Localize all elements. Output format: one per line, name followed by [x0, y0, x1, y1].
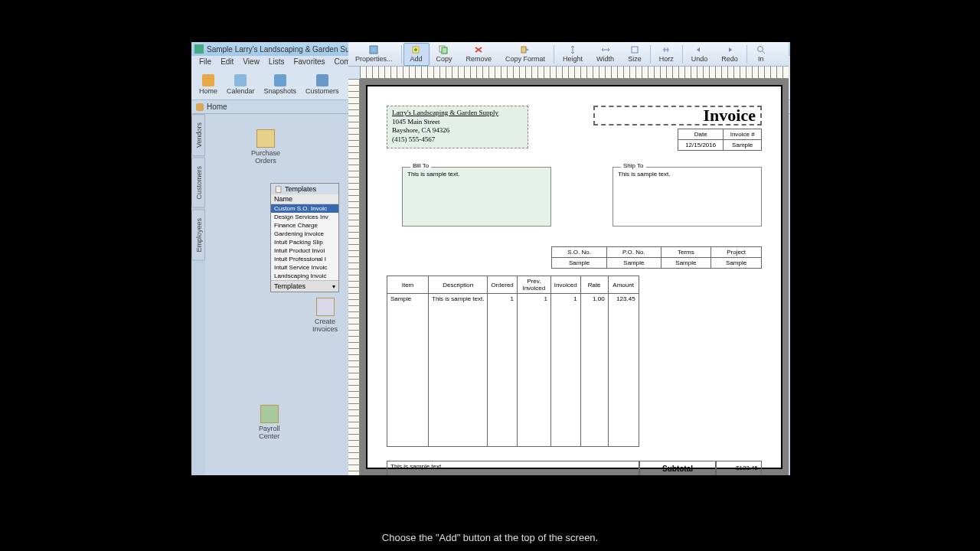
cell-prev: 1 — [517, 294, 550, 447]
template-item[interactable]: Custom S.O. Invoic — [271, 204, 338, 213]
add-button[interactable]: Add — [403, 43, 430, 66]
layout-canvas[interactable]: Larry's Landscaping & Garden Supply 1045… — [360, 79, 789, 475]
ship-to-text: This is sample text. — [613, 168, 761, 181]
nav-calendar[interactable]: Calendar — [222, 73, 260, 96]
undo-icon — [694, 45, 704, 54]
po-header: P.O. No. — [607, 247, 661, 258]
add-icon — [411, 45, 422, 54]
project-value: Sample — [711, 258, 762, 269]
shortcut-payroll-center[interactable]: Payroll Center — [259, 405, 280, 440]
template-item[interactable]: Intuit Product Invoi — [271, 246, 338, 255]
horz-icon — [661, 45, 671, 54]
template-item[interactable]: Intuit Professional I — [271, 255, 338, 263]
invoice-page: Larry's Landscaping & Garden Supply 1045… — [387, 106, 762, 468]
shortcut-purchase-orders[interactable]: Purchase Orders — [251, 129, 280, 165]
template-item[interactable]: Intuit Packing Slip — [271, 238, 338, 246]
company-address-block[interactable]: Larry's Landscaping & Garden Supply 1045… — [387, 106, 528, 148]
company-name: Larry's Landscaping & Garden Supply — [392, 109, 523, 118]
redo-button[interactable]: Redo — [714, 43, 745, 66]
horz-button[interactable]: Horz — [652, 43, 681, 66]
col-ordered: Ordered — [488, 276, 517, 294]
home-label: Home — [207, 103, 227, 111]
remove-icon — [473, 45, 484, 54]
tutorial-instruction: Choose the "Add" button at the top of th… — [0, 532, 980, 543]
tab-vendors[interactable]: Vendors — [191, 114, 205, 156]
undo-button[interactable]: Undo — [684, 43, 715, 66]
subtotal-row[interactable]: This is sample text. Subtotal $123.45 — [387, 461, 762, 475]
so-value: Sample — [552, 258, 607, 269]
tab-employees[interactable]: Employees — [191, 210, 205, 261]
date-value: 12/15/2016 — [678, 140, 724, 151]
po-value: Sample — [607, 258, 661, 269]
menu-favorites[interactable]: Favorites — [289, 56, 329, 70]
page-boundary: Larry's Landscaping & Garden Supply 1045… — [366, 85, 782, 469]
width-button[interactable]: Width — [590, 43, 621, 66]
copy-icon — [439, 45, 449, 54]
so-header: S.O. No. — [552, 247, 607, 258]
date-invoice-table[interactable]: DateInvoice # 12/15/2016Sample — [678, 129, 762, 151]
zoom-in-button[interactable]: In — [749, 43, 773, 66]
template-item[interactable]: Intuit Service Invoic — [271, 263, 338, 272]
templates-footer-dropdown[interactable]: Templates — [271, 280, 338, 292]
size-button[interactable]: Size — [621, 43, 648, 66]
remove-button[interactable]: Remove — [459, 43, 499, 66]
svg-rect-4 — [521, 47, 526, 53]
company-city: Bayshore, CA 94326 — [392, 126, 523, 135]
height-icon — [567, 45, 578, 54]
menu-lists[interactable]: Lists — [264, 56, 289, 70]
ship-to-box[interactable]: Ship To This is sample text. — [612, 167, 762, 227]
shortcut-create-invoices[interactable]: Create Invoices — [312, 298, 338, 333]
redo-icon — [724, 45, 735, 54]
menu-view[interactable]: View — [238, 56, 264, 70]
col-amount: Amount — [608, 276, 639, 294]
bill-to-label: Bill To — [410, 162, 431, 169]
nav-customers[interactable]: Customers — [301, 73, 344, 96]
cell-ordered: 1 — [488, 294, 517, 447]
payroll-center-icon — [260, 405, 279, 423]
cell-rate: 1.00 — [580, 294, 608, 447]
template-item[interactable]: Finance Charge — [271, 221, 338, 230]
project-header: Project — [711, 247, 762, 258]
svg-rect-5 — [632, 47, 638, 53]
footer-note: This is sample text. — [387, 461, 639, 475]
copy-format-icon — [520, 45, 531, 54]
company-phone: (415) 555-4567 — [392, 135, 523, 145]
line-items-table[interactable]: Item Description Ordered Prev. Invoiced … — [387, 276, 639, 447]
menu-file[interactable]: File — [194, 56, 216, 70]
cell-desc: This is sample text. — [429, 294, 488, 447]
invoice-num-value: Sample — [724, 140, 762, 151]
bill-to-box[interactable]: Bill To This is sample text. — [402, 167, 551, 227]
ship-to-label: Ship To — [621, 162, 646, 169]
nav-snapshots[interactable]: Snapshots — [260, 73, 302, 96]
invoice-num-label: Invoice # — [724, 129, 762, 140]
window-title: Sample Larry's Landscaping & Garden Supp — [207, 45, 358, 54]
layout-toolbar: Properties... Add Copy Remove Copy Forma… — [348, 42, 789, 67]
template-item[interactable]: Design Services Inv — [271, 213, 338, 221]
purchase-orders-icon — [256, 129, 275, 148]
vertical-ruler — [348, 79, 360, 475]
copy-button[interactable]: Copy — [430, 43, 459, 66]
template-item[interactable]: Landscaping Invoic — [271, 272, 338, 280]
tab-customers[interactable]: Customers — [191, 158, 205, 208]
cell-amount: 123.45 — [608, 294, 639, 447]
svg-point-6 — [757, 47, 763, 52]
properties-button[interactable]: Properties... — [348, 43, 400, 66]
zoom-in-icon — [756, 45, 766, 54]
copy-format-button[interactable]: Copy Format — [498, 43, 552, 66]
size-icon — [629, 45, 640, 54]
nav-home[interactable]: Home — [194, 73, 222, 96]
templates-col-name: Name — [271, 194, 338, 204]
col-rate: Rate — [580, 276, 608, 294]
height-button[interactable]: Height — [556, 43, 590, 66]
invoice-title-box[interactable]: Invoice — [593, 106, 762, 126]
create-invoices-icon — [316, 298, 335, 316]
width-icon — [600, 45, 611, 54]
terms-header: Terms — [661, 247, 711, 258]
horizontal-ruler — [360, 67, 789, 79]
templates-header: Templates — [271, 184, 338, 194]
order-info-table[interactable]: S.O. No. P.O. No. Terms Project Sample S… — [551, 246, 762, 269]
svg-rect-3 — [442, 47, 447, 54]
menu-edit[interactable]: Edit — [216, 56, 238, 70]
subtotal-value: $123.45 — [716, 461, 762, 475]
template-item[interactable]: Gardening Invoice — [271, 230, 338, 238]
